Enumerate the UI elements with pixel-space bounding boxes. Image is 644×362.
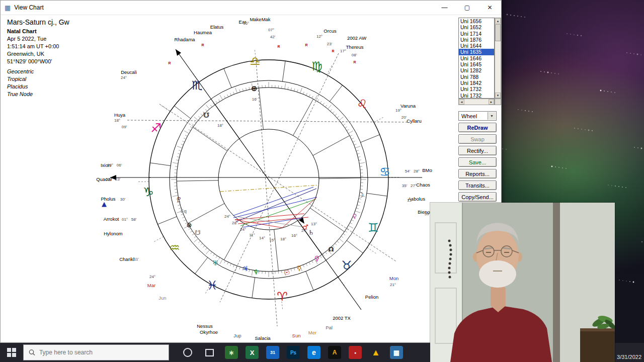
list-item-uni-1644[interactable]: Uni 1644 <box>459 43 494 49</box>
plant-app-icon[interactable]: ∗ <box>225 346 238 359</box>
list-item-uni-1876[interactable]: Uni 1876 <box>459 37 494 43</box>
degree-label-28: 24° <box>224 214 230 219</box>
planet-glyph-17: ♀ <box>353 213 357 220</box>
list-item-uni-1282[interactable]: Uni 1282 <box>459 67 494 73</box>
redraw-button[interactable]: ReDraw <box>458 123 497 132</box>
degree-label-7: 24° <box>121 75 127 80</box>
chart-file-list[interactable]: Uni 1656Uni 1652Uni 1714Uni 1876Uni 1644… <box>458 18 495 99</box>
copy-send-button[interactable]: Copy/Send... <box>458 192 497 202</box>
list-item-uni-1732[interactable]: Uni 1732 <box>459 93 494 99</box>
scroll-left-icon[interactable]: ◄ <box>459 99 464 105</box>
list-item-uni-788[interactable]: Uni 788 <box>459 74 494 80</box>
planet-glyph-13: ☽ <box>358 191 364 199</box>
pisces-glyph: ♓ <box>207 279 218 293</box>
degree-label-15: 23' <box>115 177 120 182</box>
degree-label-33: 15° <box>269 238 275 242</box>
taskbar-search[interactable] <box>23 344 169 360</box>
list-item-uni-1646[interactable]: Uni 1646 <box>459 55 494 61</box>
degree-label-2: 16° <box>243 21 249 26</box>
degree-label-18: 28° <box>414 169 420 173</box>
planet-glyph-8: ♆ <box>253 268 260 276</box>
grid-app-icon[interactable]: ▦ <box>390 346 403 359</box>
reports-button[interactable]: Reports... <box>458 169 497 178</box>
body-label-makemak: MakeMak <box>250 17 270 22</box>
maximize-button[interactable]: ▢ <box>456 1 478 15</box>
body-label-salacia: Salacia <box>255 335 270 341</box>
wall-corner <box>553 203 560 362</box>
planet-glyph-10: ☿ <box>297 264 302 272</box>
degree-label-26: 59' <box>425 212 430 216</box>
search-icon <box>29 349 35 356</box>
retrograde-mark-0: R <box>277 45 280 48</box>
chart-coords: 51°N29' 000°W00' <box>7 58 69 65</box>
view-chart-window: MakeMakEarElatusHaumeaRhadamaOrcus2002 A… <box>0 0 502 343</box>
list-item-uni-1714[interactable]: Uni 1714 <box>459 31 494 37</box>
body-label-mar: Mar <box>147 283 155 288</box>
degree-label-32: 14° <box>259 236 265 240</box>
list-horizontal-scrollbar[interactable]: ◄ ► <box>458 99 495 105</box>
photoshop-icon[interactable]: Ps <box>287 346 300 359</box>
body-label-pal: Pal <box>326 325 333 330</box>
degree-label-36: 24° <box>301 228 307 233</box>
body-label-nessus: Nessus <box>197 323 213 329</box>
planet-glyph-12: Ω <box>328 245 334 253</box>
chart-place: Greenwich, UK <box>7 50 69 58</box>
body-label-okyrhoe: Okyrhoe <box>200 329 218 335</box>
scroll-up-icon[interactable]: ▲ <box>495 18 501 24</box>
webcam-scene <box>430 203 615 362</box>
chevron-down-icon[interactable]: ▼ <box>488 112 496 120</box>
transits-button[interactable]: Transits... <box>458 180 497 190</box>
save-button[interactable]: Save... <box>458 157 497 167</box>
scrollbar-corner <box>495 99 501 105</box>
body-label-mon: Mon <box>389 276 398 281</box>
chart-type: Natal Chart <box>7 28 69 35</box>
degree-label-17: 54' <box>405 169 410 173</box>
panel-buttons: ReDrawSwapRectify...Save...Reports...Tra… <box>458 123 497 204</box>
close-button[interactable]: ✕ <box>478 1 501 15</box>
list-item-uni-1652[interactable]: Uni 1652 <box>459 24 494 30</box>
list-item-uni-1656[interactable]: Uni 1656 <box>459 18 494 24</box>
warning-app-icon[interactable]: ▲ <box>369 346 382 359</box>
beard <box>479 260 516 288</box>
list-item-uni-1645[interactable]: Uni 1645 <box>459 61 494 67</box>
list-item-uni-1635[interactable]: Uni 1635 <box>459 49 494 55</box>
list-item-uni-1732[interactable]: Uni 1732 <box>459 86 494 92</box>
search-input[interactable] <box>39 349 164 356</box>
leo-glyph: ♌ <box>357 97 368 111</box>
list-item-uni-1842[interactable]: Uni 1842 <box>459 80 494 86</box>
virgo-glyph: ♍ <box>311 59 323 73</box>
scroll-down-icon[interactable]: ▼ <box>495 93 501 98</box>
taskbar-date[interactable]: 3/31/2022 <box>617 354 641 360</box>
body-label-cyllaru: Cyllaru <box>407 118 422 124</box>
a-app-icon[interactable]: A <box>328 346 341 359</box>
excel-icon[interactable]: X <box>246 346 259 359</box>
task-view-icon[interactable] <box>205 349 214 356</box>
degree-label-24: 11' <box>134 257 139 261</box>
calendar-icon[interactable]: 31 <box>266 346 279 359</box>
scrollbar-thumb[interactable] <box>495 24 501 41</box>
edge-icon[interactable]: e <box>307 346 320 359</box>
view-mode-dropdown[interactable]: Wheel ▼ <box>458 111 497 121</box>
minimize-button[interactable]: — <box>433 1 456 15</box>
swap-button[interactable]: Swap <box>458 134 497 144</box>
window-title: View Chart <box>14 4 43 11</box>
cortana-icon[interactable] <box>183 348 192 357</box>
red-app-icon[interactable]: ● <box>349 346 362 359</box>
degree-label-10: 18° <box>114 118 120 123</box>
chart-date: Apr 5 2022, Tue <box>7 35 69 43</box>
aquarius-glyph: ♒ <box>169 241 180 255</box>
retrograde-mark-1: R <box>305 43 307 47</box>
rectify-button[interactable]: Rectify... <box>458 146 497 155</box>
body-label-varuna: Varuna <box>400 103 416 109</box>
body-label-orcus: Orcus <box>324 28 336 34</box>
list-vertical-scrollbar[interactable]: ▲ ▼ <box>495 18 501 99</box>
retrograde-mark-4: R <box>353 60 356 64</box>
body-label-chaos: Chaos <box>416 182 430 188</box>
webcam-overlay <box>430 203 615 362</box>
degree-label-25: 24° <box>149 275 155 279</box>
scorpio-glyph: ♏ <box>192 78 203 93</box>
start-button[interactable] <box>0 343 23 362</box>
eyebrow <box>485 248 493 249</box>
degree-label-9: 20' <box>401 115 407 120</box>
scroll-right-icon[interactable]: ► <box>489 99 494 105</box>
